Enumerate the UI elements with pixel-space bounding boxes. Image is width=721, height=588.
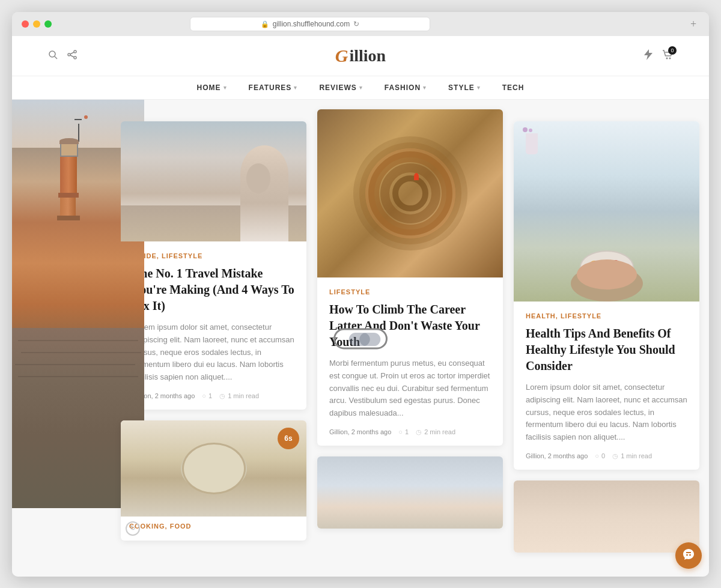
nav-item-home[interactable]: HOME ▾: [197, 83, 227, 92]
card-career-author: Gillion, 2 months ago: [329, 428, 391, 435]
nav-item-tech[interactable]: TECH: [502, 83, 525, 92]
logo-g: G: [335, 46, 348, 66]
card-bottom-right: [514, 480, 699, 553]
add-tab-button[interactable]: +: [687, 18, 699, 30]
card-health-category: HEALTH, LIFESTYLE: [526, 312, 687, 320]
nav-label-style: STYLE: [448, 83, 475, 92]
card-food: 6s COOKING, FOOD ↻: [121, 420, 306, 541]
nav-item-fashion[interactable]: FASHION ▾: [385, 83, 427, 92]
clock-icon3: ◷: [612, 452, 618, 460]
cart-icon-wrap[interactable]: 0: [662, 50, 673, 62]
card-health-title[interactable]: Health Tips And Benefits Of Healthy Life…: [526, 326, 687, 374]
card-career-meta: Gillion, 2 months ago ○ 1 ◷ 2 min read: [329, 428, 491, 436]
svg-point-8: [669, 58, 671, 59]
header-right-icons: 0: [644, 49, 673, 62]
nav-item-style[interactable]: STYLE ▾: [448, 83, 481, 92]
column-1: GUIDE, LIFESTYLE The No. 1 Travel Mistak…: [121, 121, 306, 577]
nav-label-home: HOME: [197, 83, 221, 92]
logo-text: illion: [349, 46, 386, 65]
lock-icon: 🔒: [261, 20, 269, 28]
card-travel-meta: Gillion, 2 months ago ○ 1 ◷ 1 min read: [133, 392, 294, 400]
read-time2: 2 min read: [424, 428, 455, 435]
header-left-icons: [48, 50, 77, 62]
lightning-icon[interactable]: [644, 49, 653, 62]
share-icon[interactable]: [67, 50, 77, 62]
svg-point-2: [74, 50, 76, 53]
comment-count: 1: [208, 392, 212, 399]
card-food-category: COOKING, FOOD: [129, 523, 298, 530]
card-health-meta: Gillion, 2 months ago ○ 0 ◷ 1 min read: [526, 452, 687, 460]
card-health-author: Gillion, 2 months ago: [526, 452, 588, 459]
nav-label-features: FEATURES: [249, 83, 292, 92]
nav-dropdown-home: ▾: [224, 85, 227, 91]
url-text: gillion.shufflehound.com: [273, 20, 350, 28]
column-3: HEALTH, LIFESTYLE Health Tips And Benefi…: [514, 121, 699, 577]
close-button[interactable]: [22, 20, 29, 28]
card-bottom-right-image: [514, 480, 699, 553]
card-career-readtime: ◷ 2 min read: [416, 428, 455, 436]
browser-window: 🔒 gillion.shufflehound.com ↻ +: [12, 12, 709, 577]
card-health-readtime: ◷ 1 min read: [612, 452, 652, 460]
browser-buttons: [22, 20, 52, 28]
card-career-comments: ○ 1: [398, 428, 409, 435]
clock-icon: ◷: [219, 392, 225, 400]
svg-line-1: [55, 56, 57, 59]
nav-item-reviews[interactable]: REVIEWS ▾: [319, 83, 362, 92]
card-travel-image: [121, 121, 306, 241]
read-time: 1 min read: [228, 392, 259, 399]
card-career-body: LIFESTYLE How To Climb The Career Latter…: [317, 277, 503, 446]
svg-point-7: [666, 58, 668, 59]
card-sunglasses: [317, 456, 503, 529]
comment-icon: ○: [202, 392, 206, 399]
url-bar[interactable]: 🔒 gillion.shufflehound.com ↻: [190, 17, 430, 31]
cards-area: GUIDE, LIFESTYLE The No. 1 Travel Mistak…: [111, 100, 709, 577]
card-travel-body: GUIDE, LIFESTYLE The No. 1 Travel Mistak…: [121, 241, 306, 410]
svg-point-0: [49, 51, 55, 57]
card-sunglasses-image: [317, 456, 503, 529]
card-health-excerpt: Lorem ipsum dolor sit amet, consectetur …: [526, 381, 687, 444]
author-text2: Gillion, 2 months ago: [329, 428, 391, 435]
nav-label-reviews: REVIEWS: [319, 83, 356, 92]
svg-point-4: [74, 56, 76, 59]
chat-bubble-button[interactable]: [675, 542, 702, 569]
clock-icon2: ◷: [416, 428, 422, 436]
card-health-comments: ○ 0: [595, 452, 605, 459]
column-2: LIFESTYLE How To Climb The Career Latter…: [317, 109, 503, 577]
site-logo[interactable]: G illion: [335, 46, 386, 66]
main-content: GUIDE, LIFESTYLE The No. 1 Travel Mistak…: [12, 100, 709, 577]
card-travel-title[interactable]: The No. 1 Travel Mistake You're Making (…: [133, 265, 294, 314]
svg-line-6: [70, 55, 74, 57]
site-navigation: HOME ▾ FEATURES ▾ REVIEWS ▾ FASHION ▾ ST…: [12, 76, 709, 100]
card-travel-readtime: ◷ 1 min read: [219, 392, 259, 400]
nav-label-fashion: FASHION: [385, 83, 421, 92]
minimize-button[interactable]: [33, 20, 40, 28]
chat-bubble-icon: [682, 548, 695, 564]
read-time3: 1 min read: [621, 452, 652, 459]
cart-badge: 0: [668, 46, 677, 55]
card-career-image: [317, 109, 503, 277]
card-travel: GUIDE, LIFESTYLE The No. 1 Travel Mistak…: [121, 121, 306, 410]
site-header: G illion 0: [12, 36, 709, 76]
refresh-icon[interactable]: ↻: [126, 521, 140, 536]
comment-icon2: ○: [398, 428, 403, 435]
card-health-image: [514, 121, 699, 302]
svg-line-5: [70, 52, 74, 54]
card-health-body: HEALTH, LIFESTYLE Health Tips And Benefi…: [514, 302, 699, 470]
card-travel-comments: ○ 1: [202, 392, 212, 399]
comment-icon3: ○: [595, 452, 599, 459]
card-health: HEALTH, LIFESTYLE Health Tips And Benefi…: [514, 121, 699, 470]
svg-point-3: [68, 53, 70, 56]
refresh-icon[interactable]: ↻: [353, 20, 359, 28]
nav-label-tech: TECH: [502, 83, 525, 92]
maximize-button[interactable]: [44, 20, 52, 28]
search-icon[interactable]: [48, 50, 58, 62]
browser-titlebar: 🔒 gillion.shufflehound.com ↻ +: [12, 12, 709, 36]
number-badge: 6s: [278, 428, 299, 449]
site-content: G illion 0: [12, 36, 709, 577]
author-text3: Gillion, 2 months ago: [526, 452, 588, 459]
nav-dropdown-fashion: ▾: [423, 85, 427, 91]
card-career: LIFESTYLE How To Climb The Career Latter…: [317, 109, 503, 446]
nav-dropdown-features: ▾: [294, 85, 297, 91]
nav-item-features[interactable]: FEATURES ▾: [249, 83, 298, 92]
card-travel-category: GUIDE, LIFESTYLE: [133, 252, 294, 259]
